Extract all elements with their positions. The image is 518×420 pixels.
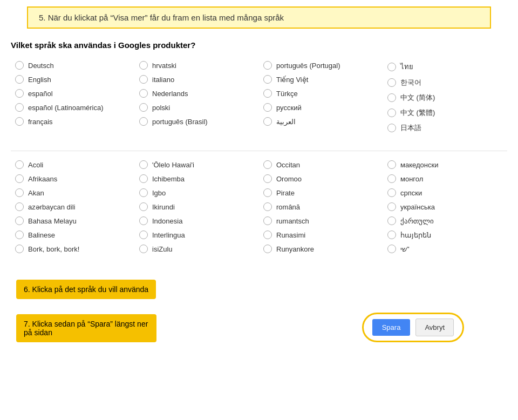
- cancel-button[interactable]: Avbryt: [415, 319, 454, 336]
- language-item[interactable]: Afrikaans: [11, 172, 135, 186]
- language-item[interactable]: italiano: [135, 72, 259, 86]
- language-item[interactable]: português (Portugal): [259, 58, 383, 72]
- language-item[interactable]: русский: [259, 100, 383, 114]
- language-item[interactable]: ქართული: [383, 214, 507, 228]
- radio-circle: [15, 216, 24, 225]
- radio-circle: [15, 202, 24, 211]
- language-item[interactable]: שי": [383, 242, 507, 256]
- language-label: հայերեն: [400, 231, 431, 239]
- language-item[interactable]: Bork, bork, bork!: [11, 242, 135, 256]
- divider: [11, 151, 507, 151]
- language-item[interactable]: español: [11, 86, 135, 100]
- radio-circle: [139, 160, 148, 169]
- radio-circle: [387, 109, 396, 117]
- language-item[interactable]: македонски: [383, 158, 507, 172]
- language-label: azərbaycan dili: [28, 203, 76, 211]
- language-label: Nederlands: [152, 90, 188, 98]
- language-item[interactable]: українська: [383, 200, 507, 214]
- language-item[interactable]: Occitan: [259, 158, 383, 172]
- radio-circle: [263, 89, 272, 98]
- radio-circle: [139, 103, 148, 112]
- language-item[interactable]: English: [11, 72, 135, 86]
- language-label: 'Ōlelo Hawai'i: [152, 161, 194, 169]
- col1-top: DeutschEnglishespañolespañol (Latinoamér…: [11, 58, 135, 136]
- language-item[interactable]: 'Ōlelo Hawai'i: [135, 158, 259, 172]
- language-item[interactable]: հայերեն: [383, 228, 507, 242]
- col2-top: hrvatskiitalianoNederlandspolskiportuguê…: [135, 58, 259, 136]
- language-item[interactable]: isiZulu: [135, 242, 259, 256]
- language-item[interactable]: português (Brasil): [135, 114, 259, 128]
- language-label: rumantsch: [276, 217, 309, 225]
- radio-circle: [387, 124, 396, 132]
- radio-circle: [15, 117, 24, 126]
- save-button[interactable]: Spara: [372, 319, 411, 336]
- language-item[interactable]: Balinese: [11, 228, 135, 242]
- language-item[interactable]: Interlingua: [135, 228, 259, 242]
- language-item[interactable]: Nederlands: [135, 86, 259, 100]
- language-label: Bahasa Melayu: [28, 217, 77, 225]
- language-item[interactable]: Bahasa Melayu: [11, 214, 135, 228]
- language-label: italiano: [152, 76, 174, 84]
- language-item[interactable]: Deutsch: [11, 58, 135, 72]
- radio-circle: [263, 245, 272, 253]
- radio-circle: [139, 75, 148, 84]
- language-item[interactable]: Runyankore: [259, 242, 383, 256]
- save-ring: Spara Avbryt: [362, 313, 464, 342]
- language-item[interactable]: العربية: [259, 114, 383, 128]
- language-item[interactable]: Türkçe: [259, 86, 383, 100]
- radio-circle: [387, 216, 396, 225]
- radio-circle: [15, 89, 24, 98]
- language-item[interactable]: français: [11, 114, 135, 128]
- language-item[interactable]: română: [259, 200, 383, 214]
- language-item[interactable]: 日本語: [383, 120, 507, 136]
- language-label: polski: [152, 104, 170, 112]
- language-item[interactable]: Tiếng Việt: [259, 72, 383, 86]
- language-item[interactable]: 中文 (繁體): [383, 105, 507, 120]
- language-label: ไทย: [400, 61, 413, 72]
- language-item[interactable]: Oromoo: [259, 172, 383, 186]
- radio-circle: [263, 61, 272, 70]
- col4-top: ไทย한국어中文 (简体)中文 (繁體)日本語: [383, 58, 507, 136]
- radio-circle: [263, 188, 272, 197]
- language-label: Ikirundi: [152, 203, 175, 211]
- language-label: Deutsch: [28, 62, 54, 70]
- radio-circle: [263, 174, 272, 183]
- language-item[interactable]: Ikirundi: [135, 200, 259, 214]
- radio-circle: [139, 202, 148, 211]
- radio-circle: [15, 160, 24, 169]
- radio-circle: [263, 202, 272, 211]
- language-item[interactable]: Ichibemba: [135, 172, 259, 186]
- callout-6: 6. Klicka på det språk du vill använda: [16, 280, 156, 299]
- language-label: Tiếng Việt: [276, 76, 308, 84]
- radio-circle: [15, 61, 24, 70]
- language-item[interactable]: Akan: [11, 186, 135, 200]
- language-label: português (Brasil): [152, 118, 208, 126]
- radio-circle: [15, 75, 24, 84]
- language-item[interactable]: español (Latinoamérica): [11, 100, 135, 114]
- language-item[interactable]: ไทย: [383, 58, 507, 75]
- language-label: Occitan: [276, 161, 300, 169]
- radio-circle: [15, 174, 24, 183]
- radio-circle: [139, 188, 148, 197]
- language-item[interactable]: azərbaycan dili: [11, 200, 135, 214]
- col3-bottom: OccitanOromooPirateromânărumantschRunasi…: [259, 158, 383, 256]
- language-item[interactable]: polski: [135, 100, 259, 114]
- radio-circle: [387, 202, 396, 211]
- callout-7: 7. Klicka sedan på “Spara” längst ner på…: [16, 314, 156, 342]
- language-item[interactable]: rumantsch: [259, 214, 383, 228]
- language-item[interactable]: српски: [383, 186, 507, 200]
- language-item[interactable]: монгол: [383, 172, 507, 186]
- language-label: שי": [400, 245, 410, 253]
- language-label: Indonesia: [152, 217, 182, 225]
- language-item[interactable]: Pirate: [259, 186, 383, 200]
- language-item[interactable]: 中文 (简体): [383, 90, 507, 105]
- language-item[interactable]: Indonesia: [135, 214, 259, 228]
- language-item[interactable]: hrvatski: [135, 58, 259, 72]
- language-item[interactable]: Runasimi: [259, 228, 383, 242]
- radio-circle: [263, 75, 272, 84]
- language-item[interactable]: Igbo: [135, 186, 259, 200]
- language-item[interactable]: Acoli: [11, 158, 135, 172]
- radio-circle: [387, 160, 396, 169]
- radio-circle: [387, 93, 396, 102]
- language-item[interactable]: 한국어: [383, 75, 507, 90]
